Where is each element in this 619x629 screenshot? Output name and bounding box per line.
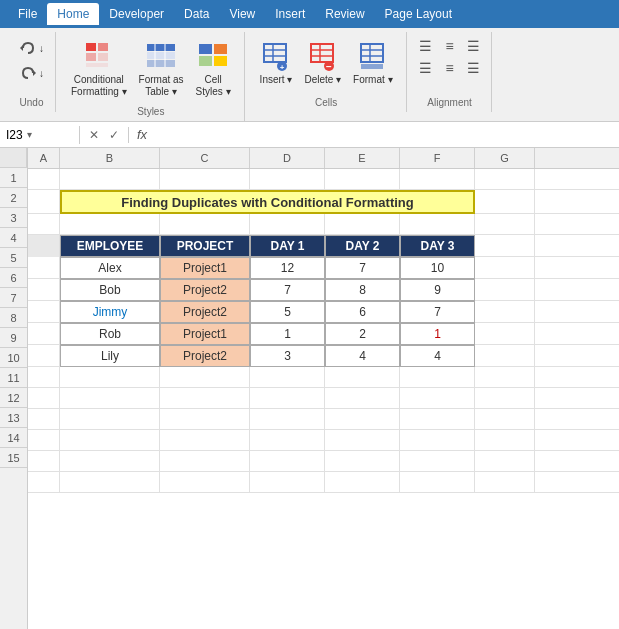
cell-a11[interactable] [28,388,60,408]
cell-g12[interactable] [475,409,535,429]
redo-button[interactable]: ↓ [14,61,49,85]
cell-employee-rob[interactable]: Rob [60,323,160,345]
header-project[interactable]: PROJECT [160,235,250,257]
cell-g1[interactable] [475,169,535,189]
cell-day3-bob[interactable]: 9 [400,279,475,301]
cell-f10[interactable] [400,367,475,387]
cell-d12[interactable] [250,409,325,429]
cell-b1[interactable] [60,169,160,189]
title-cell[interactable]: Finding Duplicates with Conditional Form… [60,190,475,214]
cell-f13[interactable] [400,430,475,450]
col-g[interactable]: G [475,148,535,168]
cell-c1[interactable] [160,169,250,189]
cell-project-alex[interactable]: Project1 [160,257,250,279]
cell-project-jimmy[interactable]: Project2 [160,301,250,323]
cell-c15[interactable] [160,472,250,492]
cell-a15[interactable] [28,472,60,492]
col-b[interactable]: B [60,148,160,168]
cell-g11[interactable] [475,388,535,408]
cell-f11[interactable] [400,388,475,408]
header-day1[interactable]: DAY 1 [250,235,325,257]
row-1[interactable]: 1 [0,168,27,188]
cell-a13[interactable] [28,430,60,450]
cell-a10[interactable] [28,367,60,387]
row-2[interactable]: 2 [0,188,27,208]
cell-day1-bob[interactable]: 7 [250,279,325,301]
cell-g2[interactable] [475,190,535,214]
row-3[interactable]: 3 [0,208,27,228]
menu-data[interactable]: Data [174,3,219,25]
align-left-button[interactable]: ☰ [415,58,437,78]
cell-b13[interactable] [60,430,160,450]
cell-d10[interactable] [250,367,325,387]
cell-g6[interactable] [475,279,535,301]
cell-a9[interactable] [28,345,60,367]
menu-review[interactable]: Review [315,3,374,25]
cell-c14[interactable] [160,451,250,471]
row-8[interactable]: 8 [0,308,27,328]
row-7[interactable]: 7 [0,288,27,308]
menu-insert[interactable]: Insert [265,3,315,25]
cell-day3-rob[interactable]: 1 [400,323,475,345]
cell-d15[interactable] [250,472,325,492]
undo-button[interactable]: ↓ [14,36,49,60]
cell-b11[interactable] [60,388,160,408]
cell-project-rob[interactable]: Project1 [160,323,250,345]
cell-e11[interactable] [325,388,400,408]
cell-c13[interactable] [160,430,250,450]
cell-d14[interactable] [250,451,325,471]
cell-d3[interactable] [250,214,325,234]
cell-g3[interactable] [475,214,535,234]
cell-c11[interactable] [160,388,250,408]
cell-g15[interactable] [475,472,535,492]
cell-g5[interactable] [475,257,535,279]
row-4[interactable]: 4 [0,228,27,248]
cell-a4[interactable] [28,235,60,257]
cell-d13[interactable] [250,430,325,450]
cell-day2-lily[interactable]: 4 [325,345,400,367]
cell-a2[interactable] [28,190,60,214]
cell-c3[interactable] [160,214,250,234]
row-15[interactable]: 15 [0,448,27,468]
format-as-table-button[interactable]: Format asTable ▾ [134,36,189,102]
align-top-center-button[interactable]: ≡ [439,36,461,56]
cell-e15[interactable] [325,472,400,492]
delete-button[interactable]: − Delete ▾ [299,36,346,90]
col-e[interactable]: E [325,148,400,168]
cell-day1-alex[interactable]: 12 [250,257,325,279]
cell-f14[interactable] [400,451,475,471]
cell-a5[interactable] [28,257,60,279]
row-13[interactable]: 13 [0,408,27,428]
format-button[interactable]: Format ▾ [348,36,397,90]
cell-project-bob[interactable]: Project2 [160,279,250,301]
cell-g4[interactable] [475,235,535,257]
cell-g9[interactable] [475,345,535,367]
cell-a3[interactable] [28,214,60,234]
header-day2[interactable]: DAY 2 [325,235,400,257]
cell-employee-jimmy[interactable]: Jimmy [60,301,160,323]
align-right-button[interactable]: ☰ [463,58,485,78]
cell-f15[interactable] [400,472,475,492]
cell-ref-dropdown-icon[interactable]: ▾ [27,129,32,140]
cell-d11[interactable] [250,388,325,408]
cell-g10[interactable] [475,367,535,387]
cell-b14[interactable] [60,451,160,471]
row-5[interactable]: 5 [0,248,27,268]
align-top-right-button[interactable]: ☰ [463,36,485,56]
cell-a7[interactable] [28,301,60,323]
cell-day3-lily[interactable]: 4 [400,345,475,367]
cell-g14[interactable] [475,451,535,471]
cell-g13[interactable] [475,430,535,450]
cell-day2-alex[interactable]: 7 [325,257,400,279]
cell-employee-alex[interactable]: Alex [60,257,160,279]
cell-e3[interactable] [325,214,400,234]
cell-f3[interactable] [400,214,475,234]
col-a[interactable]: A [28,148,60,168]
cell-day1-jimmy[interactable]: 5 [250,301,325,323]
row-10[interactable]: 10 [0,348,27,368]
menu-file[interactable]: File [8,3,47,25]
cell-e12[interactable] [325,409,400,429]
formula-confirm-icon[interactable]: ✓ [106,127,122,143]
cell-a12[interactable] [28,409,60,429]
cell-day3-jimmy[interactable]: 7 [400,301,475,323]
